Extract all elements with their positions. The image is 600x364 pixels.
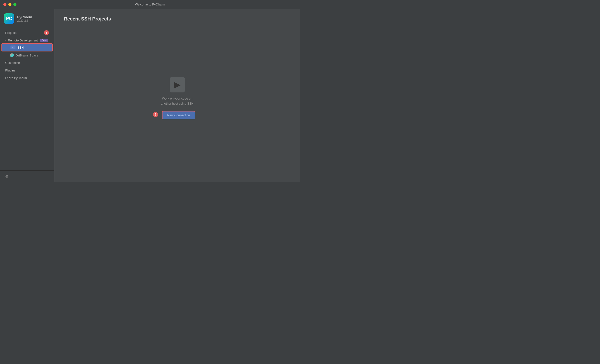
customize-label: Customize (5, 61, 20, 65)
jetbrains-space-label: JetBrains Space (16, 54, 38, 57)
ssh-terminal-icon: ▶ (170, 77, 185, 93)
sidebar-item-customize[interactable]: Customize (1, 59, 53, 66)
window-title: Welcome to PyCharm (135, 3, 165, 6)
sidebar-item-jetbrains-space[interactable]: JetBrains Space (1, 52, 53, 59)
content-center: ▶ Work on your code on another host usin… (64, 22, 291, 175)
close-button[interactable] (3, 3, 6, 6)
maximize-button[interactable] (13, 3, 17, 6)
sidebar-item-projects[interactable]: Projects 1 (1, 28, 53, 37)
projects-label: Projects (5, 31, 17, 35)
pycharm-logo: PC (4, 13, 14, 24)
app-header: PC PyCharm 2022.2.3 (0, 9, 54, 27)
learn-label: Learn PyCharm (5, 76, 27, 80)
ssh-icon: >_ (10, 46, 16, 49)
description-line2: another host using SSH (161, 101, 194, 106)
logo-text: PC (6, 16, 12, 21)
title-bar: Welcome to PyCharm (0, 0, 300, 9)
jetbrains-icon (10, 53, 14, 57)
description-line1: Work on your code on (161, 96, 194, 101)
pycharm-name: PyCharm (17, 15, 32, 19)
annotation-badge-2: 2 (153, 112, 158, 117)
main-layout: PC PyCharm 2022.2.3 Projects 1 ▾ Remote … (0, 9, 300, 182)
chevron-down-icon: ▾ (5, 39, 6, 42)
beta-badge: Beta (40, 39, 48, 42)
content-area: Recent SSH Projects ▶ Work on your code … (54, 9, 300, 182)
projects-badge: 1 (44, 30, 49, 35)
remote-dev-label: Remote Development (8, 39, 38, 42)
minimize-button[interactable] (8, 3, 11, 6)
sidebar: PC PyCharm 2022.2.3 Projects 1 ▾ Remote … (0, 9, 54, 182)
new-connection-area: 2 New Connection (159, 110, 195, 119)
plugins-label: Plugins (5, 69, 16, 72)
terminal-arrow-icon: ▶ (174, 80, 180, 89)
pycharm-version: 2022.2.3 (17, 19, 32, 22)
sidebar-item-remote-development[interactable]: ▾ Remote Development Beta (1, 37, 53, 43)
ssh-label: SSH (17, 46, 24, 49)
new-connection-button[interactable]: New Connection (162, 111, 195, 119)
pycharm-info: PyCharm 2022.2.3 (17, 15, 32, 22)
sidebar-footer: ⚙ (0, 170, 54, 182)
sidebar-nav: Projects 1 ▾ Remote Development Beta >_ … (0, 27, 54, 170)
content-description: Work on your code on another host using … (161, 96, 194, 106)
settings-button[interactable]: ⚙ (4, 173, 9, 179)
sidebar-item-plugins[interactable]: Plugins (1, 67, 53, 74)
page-title: Recent SSH Projects (64, 16, 291, 22)
gear-icon: ⚙ (5, 174, 8, 179)
sidebar-item-learn-pycharm[interactable]: Learn PyCharm (1, 74, 53, 82)
window-controls[interactable] (3, 3, 17, 6)
sidebar-item-ssh[interactable]: >_ SSH (1, 43, 53, 51)
